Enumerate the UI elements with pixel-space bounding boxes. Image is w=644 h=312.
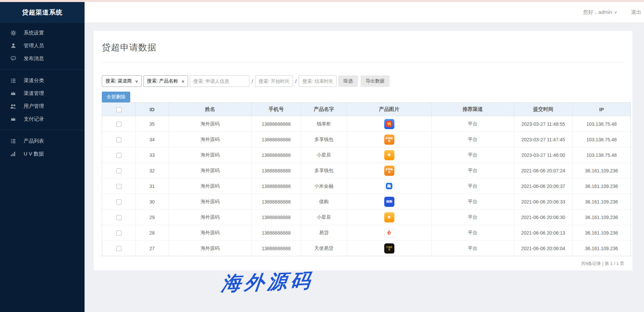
cell-id: 30 xyxy=(136,194,169,210)
row-checkbox-cell xyxy=(102,210,136,225)
comment-icon xyxy=(10,56,16,61)
table-row: 31海外源码13888888888小米金融融平台2021-06-06 20:06… xyxy=(102,178,631,194)
content-card: 贷超申请数据 搜索: 渠道商 ∨ 搜索: 产品名称 ∨ / / 筛选 导出数据 … xyxy=(94,31,632,270)
user-icon xyxy=(10,43,16,48)
sidebar-item-9[interactable]: U V 数据 xyxy=(0,147,85,160)
delete-all-button[interactable]: 全部删除 xyxy=(102,92,130,102)
greeting-text: 您好，admin xyxy=(583,9,612,16)
cell-id: 28 xyxy=(136,225,169,241)
xiaomi-finance-app-icon: 融 xyxy=(384,181,394,191)
sidebar-item-label: 产品列表 xyxy=(24,138,44,144)
end-time-input[interactable] xyxy=(299,75,337,87)
cell-product-image: 融 xyxy=(347,178,432,194)
row-checkbox-cell xyxy=(102,178,136,194)
sidebar-item-5[interactable]: 渠道管理 xyxy=(0,87,85,100)
cell-name: 海外源码 xyxy=(169,147,252,163)
product-select-label: 搜索: 产品名称 xyxy=(147,78,178,84)
column-header-8: IP xyxy=(573,103,631,116)
cell-channel: 平台 xyxy=(432,132,514,147)
select-all-checkbox[interactable] xyxy=(116,107,121,112)
cell-product-image: 多享钱包 xyxy=(347,132,432,147)
table-body: 35海外源码13888888888钱掌柜钱平台2023-03-27 11:48:… xyxy=(102,116,631,256)
row-checkbox-cell xyxy=(102,116,136,132)
applicant-search-input[interactable] xyxy=(190,75,249,87)
cell-product-image: ★ xyxy=(347,210,432,225)
cell-time: 2021-06-06 20:06:30 xyxy=(514,210,573,225)
row-checkbox[interactable] xyxy=(116,231,121,236)
cell-product-image: ★ xyxy=(347,147,432,163)
row-checkbox-cell xyxy=(102,163,136,178)
sidebar-item-3[interactable]: 发布消息 xyxy=(0,52,85,65)
table-row: 29海外源码13888888888小星辰★平台2021-06-06 20:06:… xyxy=(102,210,631,225)
chevron-down-icon: ∨ xyxy=(181,79,184,83)
sidebar-item-7[interactable]: 支付记录 xyxy=(0,113,85,125)
column-header-7: 提交时间 xyxy=(514,103,573,116)
cell-product: 小米金融 xyxy=(301,178,347,194)
table-row: 34海外源码13888888888多享钱包多享钱包平台2023-03-27 11… xyxy=(102,132,631,147)
export-button[interactable]: 导出数据 xyxy=(361,75,390,87)
cell-product-image: ė xyxy=(347,225,432,241)
row-checkbox-cell xyxy=(102,241,136,256)
list-icon xyxy=(10,78,16,83)
date-separator: / xyxy=(252,78,253,84)
channel-select[interactable]: 搜索: 渠道商 ∨ xyxy=(102,75,142,87)
sidebar-item-2[interactable]: 管理人员 xyxy=(0,39,85,52)
row-checkbox-cell xyxy=(102,225,136,241)
table-row: 35海外源码13888888888钱掌柜钱平台2023-03-27 11:48:… xyxy=(102,116,631,132)
user-menu[interactable]: 您好，admin ∨ xyxy=(583,9,617,16)
cell-channel: 平台 xyxy=(432,210,514,225)
sidebar-item-1[interactable]: 系统设置 xyxy=(0,26,85,39)
sidebar-item-4[interactable]: 渠道分类 xyxy=(0,74,85,87)
cell-id: 29 xyxy=(136,210,169,225)
table-row: 32海外源码13888888888多享钱包多享钱包平台2021-06-06 20… xyxy=(102,163,631,178)
row-checkbox[interactable] xyxy=(116,137,121,142)
cell-channel: 平台 xyxy=(432,194,514,210)
row-checkbox[interactable] xyxy=(116,246,121,251)
watermark-text: 海外源码 xyxy=(220,267,315,297)
filter-bar: 搜索: 渠道商 ∨ 搜索: 产品名称 ∨ / / 筛选 导出数据 xyxy=(102,75,624,87)
sidebar-item-6[interactable]: 用户管理 xyxy=(0,100,85,113)
qianzhanggui-app-icon: 钱 xyxy=(384,119,394,129)
cell-product-image: 天使易贷 xyxy=(347,241,432,256)
sidebar-item-label: 发布消息 xyxy=(24,55,44,62)
cell-id: 31 xyxy=(136,178,169,194)
sidebar-item-label: 渠道分类 xyxy=(24,77,44,84)
cell-id: 34 xyxy=(136,132,169,147)
cell-product: 易贷 xyxy=(301,225,347,241)
sidebar-divider xyxy=(0,130,85,130)
row-checkbox-cell xyxy=(102,147,136,163)
start-time-input[interactable] xyxy=(255,75,293,87)
logout-link[interactable]: 退出 xyxy=(631,9,641,16)
row-checkbox-cell xyxy=(102,132,136,147)
select-all-header-cell xyxy=(102,103,136,116)
cell-channel: 平台 xyxy=(432,147,514,163)
users-icon xyxy=(10,103,16,109)
cell-id: 32 xyxy=(136,163,169,178)
product-select[interactable]: 搜索: 产品名称 ∨ xyxy=(143,75,188,87)
row-checkbox[interactable] xyxy=(116,199,121,205)
cell-phone: 13888888888 xyxy=(252,163,301,178)
cell-ip: 36.161.109.236 xyxy=(573,178,631,194)
filter-button[interactable]: 筛选 xyxy=(338,75,358,87)
row-checkbox[interactable] xyxy=(116,215,121,220)
duoxiang-wallet-app-icon: 多享钱包 xyxy=(384,166,394,176)
cell-ip: 36.161.109.236 xyxy=(573,194,631,210)
row-checkbox[interactable] xyxy=(116,184,121,189)
cell-name: 海外源码 xyxy=(169,132,252,147)
row-checkbox[interactable] xyxy=(116,168,121,173)
cell-name: 海外源码 xyxy=(169,194,252,210)
cell-time: 2021-06-06 20:06:33 xyxy=(514,194,573,210)
cell-id: 27 xyxy=(136,241,169,256)
chevron-down-icon: ∨ xyxy=(614,10,617,15)
cell-phone: 13888888888 xyxy=(252,194,301,210)
sidebar-item-label: 渠道管理 xyxy=(24,90,44,97)
cell-ip: 103.138.75.48 xyxy=(573,132,631,147)
column-header-5: 产品图片 xyxy=(347,103,432,116)
table-row: 30海外源码13888888888借购借购平台2021-06-06 20:06:… xyxy=(102,194,631,210)
cell-time: 2021-06-06 20:06:04 xyxy=(514,241,573,256)
row-checkbox[interactable] xyxy=(116,122,121,127)
cell-name: 海外源码 xyxy=(169,241,252,256)
cell-phone: 13888888888 xyxy=(252,225,301,241)
row-checkbox[interactable] xyxy=(116,153,121,158)
sidebar-item-8[interactable]: 产品列表 xyxy=(0,135,85,147)
